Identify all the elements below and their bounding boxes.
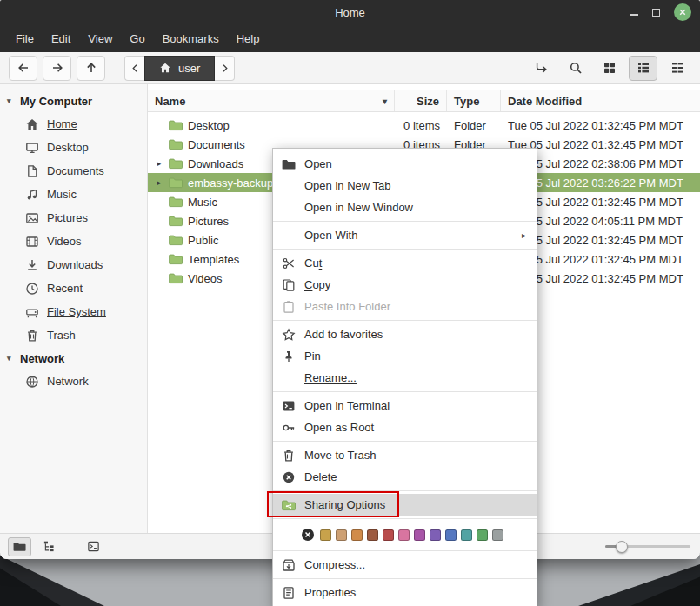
- breadcrumb-scroll-left-button[interactable]: [124, 56, 144, 81]
- column-header-size[interactable]: Size: [395, 90, 447, 111]
- color-swatch[interactable]: [492, 529, 503, 541]
- color-swatch[interactable]: [367, 529, 378, 541]
- collapse-triangle-icon[interactable]: ▾: [7, 97, 16, 105]
- menu-item-rename[interactable]: Rename...: [273, 367, 537, 389]
- color-swatch[interactable]: [398, 529, 410, 541]
- sidebar-item-trash[interactable]: Trash: [0, 323, 147, 347]
- statusbar-button-treeview[interactable]: [37, 537, 61, 556]
- sidebar-section-my-computer: ▾My ComputerHomeDesktopDocumentsMusicPic…: [0, 90, 147, 347]
- breadcrumb-scroll-right-button[interactable]: [215, 56, 235, 81]
- color-swatch[interactable]: [430, 529, 441, 541]
- color-swatch[interactable]: [477, 529, 488, 541]
- column-header-type[interactable]: Type: [447, 90, 501, 111]
- sidebar-item-videos[interactable]: Videos: [0, 230, 147, 253]
- toggle-location-entry-button[interactable]: [527, 56, 556, 81]
- treeview-icon: [43, 540, 56, 553]
- crumb-home-icon: [159, 62, 171, 74]
- share-folder-icon: [282, 498, 296, 512]
- menu-item-delete[interactable]: Delete: [273, 466, 537, 488]
- menu-item-open-in-new-tab[interactable]: Open in New Tab: [273, 175, 537, 196]
- search-button[interactable]: [561, 56, 590, 81]
- color-swatch[interactable]: [336, 529, 347, 541]
- menu-item-sharing-options[interactable]: Sharing Options: [273, 494, 537, 516]
- list-view-button[interactable]: [629, 56, 657, 81]
- back-button[interactable]: [9, 56, 37, 81]
- folder-icon: [169, 271, 183, 285]
- minimize-button[interactable]: [630, 9, 638, 16]
- color-swatch[interactable]: [383, 529, 394, 541]
- clear-color-swatch[interactable]: [301, 528, 315, 542]
- column-header-name[interactable]: Name▾: [148, 90, 395, 111]
- column-headers: Name▾SizeTypeDate Modified: [148, 90, 700, 112]
- sidebar-item-downloads[interactable]: Downloads: [0, 253, 147, 276]
- menu-item-move-to-trash[interactable]: Move to Trash: [273, 444, 537, 466]
- menu-item-cut[interactable]: Cut: [273, 252, 537, 274]
- file-name: embassy-backup: [188, 176, 273, 190]
- sidebar-item-home[interactable]: Home: [0, 112, 147, 136]
- icon-view-button[interactable]: [595, 56, 623, 81]
- statusbar-button-places[interactable]: [8, 537, 31, 556]
- menu-item-open[interactable]: Open: [273, 153, 537, 175]
- sidebar-item-recent[interactable]: Recent: [0, 276, 147, 300]
- sidebar-item-music[interactable]: Music: [0, 183, 147, 206]
- sidebar-item-desktop[interactable]: Desktop: [0, 136, 147, 159]
- file-row-desktop[interactable]: Desktop0 itemsFolderTue 05 Jul 2022 01:3…: [148, 116, 700, 135]
- sidebar-item-label: Trash: [47, 329, 76, 342]
- menu-item-label: Pin: [304, 350, 321, 363]
- color-swatch[interactable]: [461, 529, 472, 541]
- sidebar-section-header[interactable]: ▾Network: [0, 347, 147, 370]
- titlebar[interactable]: Home: [0, 0, 700, 24]
- menu-item-add-to-favorites[interactable]: Add to favorites: [273, 323, 537, 345]
- music-icon: [25, 188, 39, 202]
- up-button[interactable]: [77, 56, 105, 81]
- zoom-slider-handle[interactable]: [616, 541, 628, 553]
- compact-view-button[interactable]: [663, 56, 691, 81]
- collapse-triangle-icon[interactable]: ▾: [7, 354, 16, 363]
- sidebar-item-documents[interactable]: Documents: [0, 159, 147, 183]
- expander-triangle-icon[interactable]: ▸: [155, 159, 163, 168]
- menu-item-open-with[interactable]: Open With▸: [273, 224, 537, 246]
- menubar-item-bookmarks[interactable]: Bookmarks: [154, 28, 228, 50]
- sidebar-section-header[interactable]: ▾My Computer: [0, 90, 147, 112]
- downloads-icon: [25, 258, 39, 272]
- menu-item-open-in-terminal[interactable]: Open in Terminal: [273, 395, 537, 416]
- color-swatch[interactable]: [414, 529, 425, 541]
- menu-item-properties[interactable]: Properties: [273, 582, 537, 603]
- sidebar-item-pictures[interactable]: Pictures: [0, 206, 147, 230]
- menubar-item-file[interactable]: File: [7, 28, 43, 50]
- menu-item-open-as-root[interactable]: Open as Root: [273, 416, 537, 438]
- sidebar-item-file-system[interactable]: File System: [0, 300, 147, 323]
- sidebar-item-label: File System: [47, 305, 106, 318]
- column-header-date-modified[interactable]: Date Modified: [501, 90, 700, 111]
- folder-icon: [169, 118, 183, 132]
- copy-icon: [282, 278, 296, 292]
- color-swatch[interactable]: [445, 529, 457, 541]
- color-swatch[interactable]: [320, 529, 331, 541]
- sidebar-item-network[interactable]: Network: [0, 370, 147, 393]
- close-button[interactable]: [674, 3, 691, 21]
- icon-view-icon: [603, 61, 617, 75]
- forward-button[interactable]: [43, 56, 71, 81]
- menu-item-open-in-new-window[interactable]: Open in New Window: [273, 196, 537, 218]
- menu-item-label: Add to favorites: [304, 328, 383, 341]
- menu-item-copy[interactable]: Copy: [273, 274, 537, 296]
- menu-item-compress[interactable]: Compress...: [273, 554, 537, 576]
- zoom-slider[interactable]: [605, 538, 690, 556]
- breadcrumb-current[interactable]: user: [144, 56, 215, 81]
- menu-separator: [273, 320, 537, 321]
- maximize-button[interactable]: [652, 9, 660, 17]
- menubar-item-edit[interactable]: Edit: [43, 28, 79, 50]
- menubar-item-view[interactable]: View: [79, 28, 121, 50]
- open-folder-icon: [282, 157, 296, 171]
- file-name: Documents: [188, 138, 245, 151]
- expander-triangle-icon[interactable]: ▸: [155, 178, 163, 187]
- menu-item-label: Rename...: [304, 371, 357, 384]
- statusbar-button-statusbar-terminal[interactable]: [82, 537, 105, 556]
- color-swatch[interactable]: [351, 529, 363, 541]
- folder-icon: [169, 137, 183, 151]
- menubar-item-go[interactable]: Go: [121, 28, 153, 50]
- file-name: Videos: [188, 272, 223, 285]
- submenu-arrow-icon: ▸: [522, 230, 526, 240]
- menu-item-pin[interactable]: Pin: [273, 345, 537, 367]
- menubar-item-help[interactable]: Help: [228, 28, 269, 50]
